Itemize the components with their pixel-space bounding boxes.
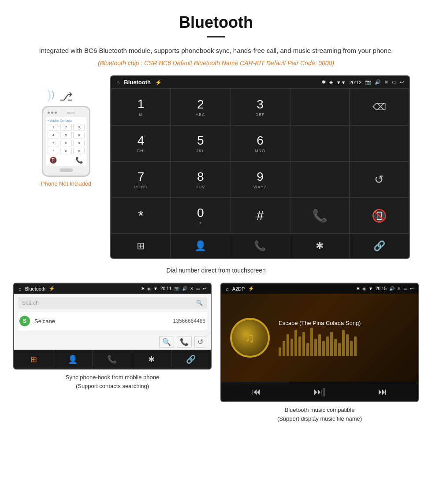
top-section: ) ) ⎇ MOTO + Add to Contacts 123 45: [13, 75, 419, 259]
dial-nav-grid[interactable]: ⊞: [111, 234, 171, 258]
screen-title: Bluetooth: [124, 79, 151, 86]
dial-key-0[interactable]: 0 +: [171, 198, 230, 234]
home-icon: ⌂: [116, 79, 119, 86]
dial-key-backspace[interactable]: ⌫: [350, 89, 409, 125]
dial-key-call[interactable]: 📞: [290, 198, 350, 234]
dial-key-3[interactable]: 3 DEF: [230, 89, 290, 125]
pb-cam-icon: 📷: [174, 286, 179, 291]
ms-time: 20:15: [376, 286, 387, 291]
pb-nav-grid[interactable]: ⊞: [14, 350, 53, 369]
dial-nav-contacts[interactable]: 👤: [171, 234, 230, 258]
dial-nav-phone[interactable]: 📞: [230, 234, 290, 258]
usb-icon: ⚡: [155, 79, 162, 86]
pb-nav-phone[interactable]: 📞: [93, 350, 132, 369]
pb-action-refresh-icon[interactable]: ↺: [194, 336, 206, 348]
phonebook-status-bar: ⌂ Bluetooth ⚡ ✱ ◈ ▼ 20:11 📷 🔊 ✕ ▭ ↩: [14, 284, 211, 294]
phone-mockup: MOTO + Add to Contacts 123 456 789 *0# 📵…: [42, 106, 90, 177]
camera-icon: 📷: [365, 79, 371, 85]
dial-bottom-nav: ⊞ 👤 📞 ✱ 🔗: [111, 234, 409, 258]
location-icon: ◈: [329, 79, 333, 85]
dial-key-star[interactable]: *: [111, 198, 171, 234]
pb-vol-icon: 🔊: [182, 286, 187, 291]
ms-usb-icon: ⚡: [248, 286, 254, 291]
pb-usb-icon: ⚡: [49, 286, 55, 291]
dial-key-empty-2: [290, 125, 350, 161]
ms-home-icon: ⌂: [226, 286, 229, 291]
ms-bt-icon: ✱: [356, 286, 360, 291]
dial-screen: ⌂ Bluetooth ⚡ ✱ ◈ ▼▼ 20:12 📷 🔊 ✕ ▭ ↩: [110, 75, 410, 259]
dial-caption: Dial number direct from touchscreen: [166, 267, 266, 274]
dial-key-refresh[interactable]: ↺: [350, 161, 409, 198]
music-screenshot: ⌂ A2DP ⚡ ✱ ◈ ▼ 20:15 🔊 ✕ ▭ ↩: [220, 283, 419, 402]
dial-key-4[interactable]: 4 GHI: [111, 125, 171, 161]
signal-icon: ▼▼: [336, 80, 346, 85]
ms-loc-icon: ◈: [362, 286, 366, 291]
next-btn[interactable]: ⏭: [378, 387, 387, 397]
ms-signal-icon: ▼: [369, 286, 373, 291]
music-controls: ⏮ ⏭| ⏭: [221, 382, 418, 401]
phonebook-content: Search 🔍 S Seicane 13566664466: [14, 294, 211, 334]
dial-key-5[interactable]: 5 JKL: [171, 125, 230, 161]
pb-nav-bt[interactable]: ✱: [132, 350, 171, 369]
main-content: ) ) ⎇ MOTO + Add to Contacts 123 45: [0, 71, 432, 432]
dial-keypad: 1 ω 2 ABC 3 DEF ⌫ 4 GHI: [111, 88, 409, 234]
pb-back-icon: ↩: [203, 286, 206, 291]
bt-icon: ✱: [322, 79, 326, 85]
page-header: Bluetooth Integrated with BC6 Bluetooth …: [0, 0, 432, 71]
contact-name: Seicane: [34, 318, 169, 325]
dial-key-8[interactable]: 8 TUV: [171, 161, 230, 198]
ms-back-icon: ↩: [410, 286, 413, 291]
screen-icon: ▭: [392, 79, 396, 85]
ms-vol-icon: 🔊: [389, 286, 395, 291]
dial-nav-bluetooth[interactable]: ✱: [290, 234, 350, 258]
dial-key-2[interactable]: 2 ABC: [171, 89, 230, 125]
pb-nav-link[interactable]: 🔗: [171, 350, 211, 369]
phonebook-caption: Sync phone-book from mobile phone (Suppo…: [66, 373, 159, 390]
prev-btn[interactable]: ⏮: [252, 387, 261, 397]
search-icon: 🔍: [196, 300, 203, 306]
pb-nav-person[interactable]: 👤: [53, 350, 93, 369]
dial-status-bar: ⌂ Bluetooth ⚡ ✱ ◈ ▼▼ 20:12 📷 🔊 ✕ ▭ ↩: [111, 76, 409, 88]
time-display: 20:12: [349, 80, 361, 85]
dial-key-9[interactable]: 9 WXYZ: [230, 161, 290, 198]
phonebook-bottom-nav: ⊞ 👤 📞 ✱ 🔗: [14, 350, 211, 369]
header-divider: [207, 36, 225, 37]
music-info: Escape (The Pina Colada Song): [279, 320, 409, 356]
dial-key-7[interactable]: 7 PQRS: [111, 161, 171, 198]
contact-row[interactable]: S Seicane 13566664466: [18, 312, 207, 330]
search-placeholder: Search: [22, 300, 39, 306]
search-bar[interactable]: Search 🔍: [18, 297, 207, 309]
pb-screen-icon: ▭: [196, 286, 200, 291]
page-title: Bluetooth: [26, 13, 406, 32]
pb-close-icon: ✕: [190, 286, 194, 291]
dial-key-1[interactable]: 1 ω: [111, 89, 171, 125]
pb-time: 20:11: [160, 286, 171, 291]
dial-key-6[interactable]: 6 MNO: [230, 125, 290, 161]
header-specs: (Bluetooth chip : CSR BC6 Default Blueto…: [26, 60, 406, 67]
bluetooth-wave: ) ) ⎇: [60, 89, 73, 104]
dial-key-end[interactable]: 📵: [350, 198, 409, 234]
dial-nav-link[interactable]: 🔗: [350, 234, 409, 258]
close-icon: ✕: [384, 79, 388, 85]
equalizer-bars: [279, 330, 409, 356]
song-title: Escape (The Pina Colada Song): [279, 320, 409, 326]
music-caption: Bluetooth music compatible (Support disp…: [277, 406, 362, 423]
dial-key-empty-4: [290, 161, 350, 198]
pb-action-call-icon[interactable]: 📞: [177, 336, 192, 348]
dial-key-empty-1: [290, 89, 350, 125]
pb-bt-icon: ✱: [141, 286, 145, 291]
back-icon: ↩: [400, 79, 404, 85]
album-art: ♫: [230, 318, 270, 358]
dial-key-hash[interactable]: #: [230, 198, 290, 234]
music-main: ♫ Escape (The Pina Colada Song): [221, 294, 418, 382]
pb-title: Bluetooth: [25, 286, 45, 291]
ms-title: A2DP: [232, 286, 245, 291]
pb-action-search-icon[interactable]: 🔍: [159, 336, 174, 348]
pb-home-icon: ⌂: [19, 286, 22, 291]
ms-screen-icon: ▭: [403, 286, 407, 291]
contact-avatar: S: [19, 316, 30, 326]
volume-icon: 🔊: [375, 79, 381, 85]
dial-key-empty-3: [350, 125, 409, 161]
pb-signal-icon: ▼: [153, 286, 158, 291]
play-pause-btn[interactable]: ⏭|: [314, 387, 325, 397]
